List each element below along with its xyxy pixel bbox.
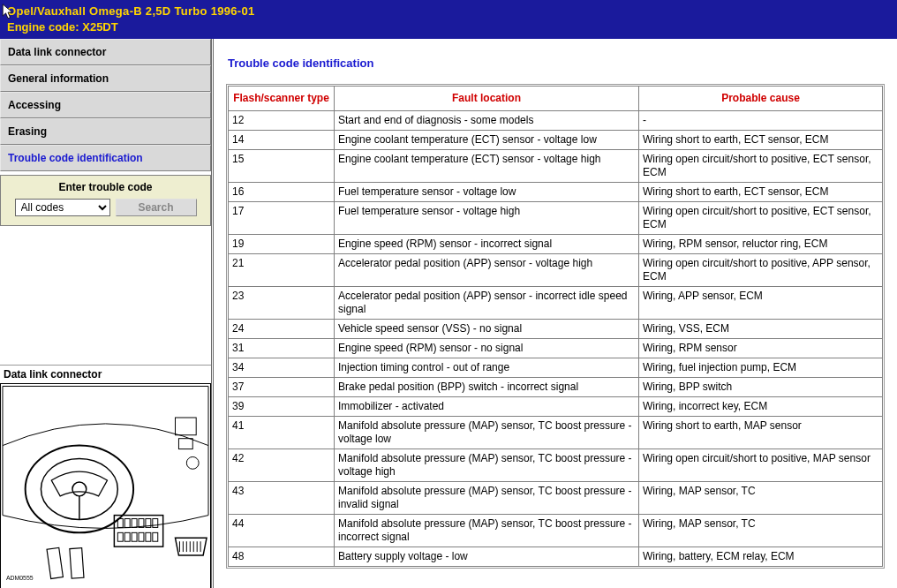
svg-text:ADM0555: ADM0555 bbox=[6, 575, 34, 581]
cell-cause: Wiring, fuel injection pump, ECM bbox=[639, 358, 883, 378]
cell-code: 21 bbox=[229, 254, 335, 287]
cell-code: 41 bbox=[229, 417, 335, 449]
cell-code: 23 bbox=[229, 287, 335, 320]
cell-fault: Manifold absolute pressure (MAP) sensor,… bbox=[335, 449, 639, 482]
table-row: 37Brake pedal position (BPP) switch - in… bbox=[229, 378, 883, 397]
table-row: 12Start and end of diagnosis - some mode… bbox=[229, 111, 883, 131]
svg-rect-0 bbox=[1, 385, 210, 588]
cell-fault: Engine coolant temperature (ECT) sensor … bbox=[335, 150, 639, 183]
cell-fault: Manifold absolute pressure (MAP) sensor,… bbox=[335, 515, 639, 547]
search-label: Enter trouble code bbox=[6, 181, 205, 193]
engine-code: Engine code: X25DT bbox=[7, 19, 890, 35]
cell-code: 14 bbox=[229, 131, 335, 150]
codes-table-wrap: Flash/scanner type Fault location Probab… bbox=[226, 84, 885, 569]
trouble-code-select[interactable]: All codes bbox=[15, 199, 110, 216]
cell-cause: Wiring open circuit/short to positive, A… bbox=[639, 254, 883, 287]
table-header-row: Flash/scanner type Fault location Probab… bbox=[229, 87, 883, 111]
cell-code: 42 bbox=[229, 449, 335, 482]
app-header: Opel/Vauxhall Omega-B 2,5D Turbo 1996-01… bbox=[0, 0, 897, 39]
table-row: 21Accelerator pedal position (APP) senso… bbox=[229, 254, 883, 287]
table-row: 42Manifold absolute pressure (MAP) senso… bbox=[229, 449, 883, 482]
cell-code: 16 bbox=[229, 183, 335, 202]
sidebar-item-erasing[interactable]: Erasing bbox=[0, 118, 211, 145]
col-probable-cause: Probable cause bbox=[639, 87, 883, 111]
cell-cause: Wiring, BPP switch bbox=[639, 378, 883, 397]
table-row: 31Engine speed (RPM) sensor - no signalW… bbox=[229, 339, 883, 358]
content-title: Trouble code identification bbox=[228, 57, 885, 70]
cell-cause: Wiring short to earth, ECT sensor, ECM bbox=[639, 131, 883, 150]
cell-cause: Wiring, APP sensor, ECM bbox=[639, 287, 883, 320]
cell-fault: Fuel temperature sensor - voltage high bbox=[335, 202, 639, 235]
table-row: 34Injection timing control - out of rang… bbox=[229, 358, 883, 378]
cell-fault: Accelerator pedal position (APP) sensor … bbox=[335, 254, 639, 287]
table-row: 41Manifold absolute pressure (MAP) senso… bbox=[229, 417, 883, 449]
cell-cause: Wiring, battery, ECM relay, ECM bbox=[639, 547, 883, 567]
cell-cause: Wiring open circuit/short to positive, E… bbox=[639, 150, 883, 183]
vehicle-title: Opel/Vauxhall Omega-B 2,5D Turbo 1996-01 bbox=[7, 4, 890, 19]
cell-fault: Injection timing control - out of range bbox=[335, 358, 639, 378]
cell-cause: Wiring open circuit/short to positive, M… bbox=[639, 449, 883, 482]
cell-code: 34 bbox=[229, 358, 335, 378]
trouble-codes-table: Flash/scanner type Fault location Probab… bbox=[228, 86, 883, 567]
cell-fault: Engine speed (RPM) sensor - incorrect si… bbox=[335, 235, 639, 254]
cell-cause: Wiring short to earth, MAP sensor bbox=[639, 417, 883, 449]
cell-code: 24 bbox=[229, 320, 335, 339]
cell-code: 31 bbox=[229, 339, 335, 358]
search-block: Enter trouble code All codes Search bbox=[0, 175, 211, 226]
cell-code: 48 bbox=[229, 547, 335, 567]
cell-cause: Wiring, VSS, ECM bbox=[639, 320, 883, 339]
table-row: 17Fuel temperature sensor - voltage high… bbox=[229, 202, 883, 235]
col-fault-location: Fault location bbox=[335, 87, 639, 111]
cell-fault: Engine coolant temperature (ECT) sensor … bbox=[335, 131, 639, 150]
table-row: 48Battery supply voltage - lowWiring, ba… bbox=[229, 547, 883, 567]
table-row: 14Engine coolant temperature (ECT) senso… bbox=[229, 131, 883, 150]
cell-cause: Wiring, RPM sensor bbox=[639, 339, 883, 358]
content-pane: Trouble code identification Flash/scanne… bbox=[214, 39, 897, 588]
search-button[interactable]: Search bbox=[116, 199, 197, 216]
cell-code: 44 bbox=[229, 515, 335, 547]
sidebar-item-accessing[interactable]: Accessing bbox=[0, 92, 211, 118]
table-row: 23Accelerator pedal position (APP) senso… bbox=[229, 287, 883, 320]
cell-code: 43 bbox=[229, 482, 335, 515]
table-row: 43Manifold absolute pressure (MAP) senso… bbox=[229, 482, 883, 515]
cell-code: 39 bbox=[229, 397, 335, 417]
sidebar-item-data-link-connector[interactable]: Data link connector bbox=[0, 39, 211, 65]
table-row: 39Immobilizer - activatedWiring, incorre… bbox=[229, 397, 883, 417]
table-row: 16Fuel temperature sensor - voltage lowW… bbox=[229, 183, 883, 202]
sidebar-menu: Data link connector General information … bbox=[0, 39, 211, 171]
table-row: 24Vehicle speed sensor (VSS) - no signal… bbox=[229, 320, 883, 339]
sidebar-item-general-information[interactable]: General information bbox=[0, 65, 211, 92]
cell-fault: Battery supply voltage - low bbox=[335, 547, 639, 567]
cell-code: 19 bbox=[229, 235, 335, 254]
cell-cause: Wiring open circuit/short to positive, E… bbox=[639, 202, 883, 235]
cell-cause: - bbox=[639, 111, 883, 131]
data-link-connector-diagram: ADM0555 bbox=[0, 383, 211, 588]
cell-code: 37 bbox=[229, 378, 335, 397]
cell-fault: Immobilizer - activated bbox=[335, 397, 639, 417]
cell-fault: Start and end of diagnosis - some models bbox=[335, 111, 639, 131]
cell-cause: Wiring, incorrect key, ECM bbox=[639, 397, 883, 417]
sidebar: Data link connector General information … bbox=[0, 39, 214, 588]
cell-fault: Engine speed (RPM) sensor - no signal bbox=[335, 339, 639, 358]
cell-fault: Brake pedal position (BPP) switch - inco… bbox=[335, 378, 639, 397]
cell-code: 12 bbox=[229, 111, 335, 131]
table-row: 15Engine coolant temperature (ECT) senso… bbox=[229, 150, 883, 183]
cell-cause: Wiring, RPM sensor, reluctor ring, ECM bbox=[639, 235, 883, 254]
cell-fault: Manifold absolute pressure (MAP) sensor,… bbox=[335, 482, 639, 515]
cell-cause: Wiring, MAP sensor, TC bbox=[639, 482, 883, 515]
cell-code: 17 bbox=[229, 202, 335, 235]
cell-fault: Manifold absolute pressure (MAP) sensor,… bbox=[335, 417, 639, 449]
cell-cause: Wiring, MAP sensor, TC bbox=[639, 515, 883, 547]
diagram-title: Data link connector bbox=[0, 365, 211, 383]
table-row: 19Engine speed (RPM) sensor - incorrect … bbox=[229, 235, 883, 254]
table-row: 44Manifold absolute pressure (MAP) senso… bbox=[229, 515, 883, 547]
col-flash-scanner: Flash/scanner type bbox=[229, 87, 335, 111]
cell-fault: Vehicle speed sensor (VSS) - no signal bbox=[335, 320, 639, 339]
cell-fault: Fuel temperature sensor - voltage low bbox=[335, 183, 639, 202]
sidebar-item-trouble-code-identification[interactable]: Trouble code identification bbox=[0, 145, 211, 171]
cell-code: 15 bbox=[229, 150, 335, 183]
cell-cause: Wiring short to earth, ECT sensor, ECM bbox=[639, 183, 883, 202]
cell-fault: Accelerator pedal position (APP) sensor … bbox=[335, 287, 639, 320]
